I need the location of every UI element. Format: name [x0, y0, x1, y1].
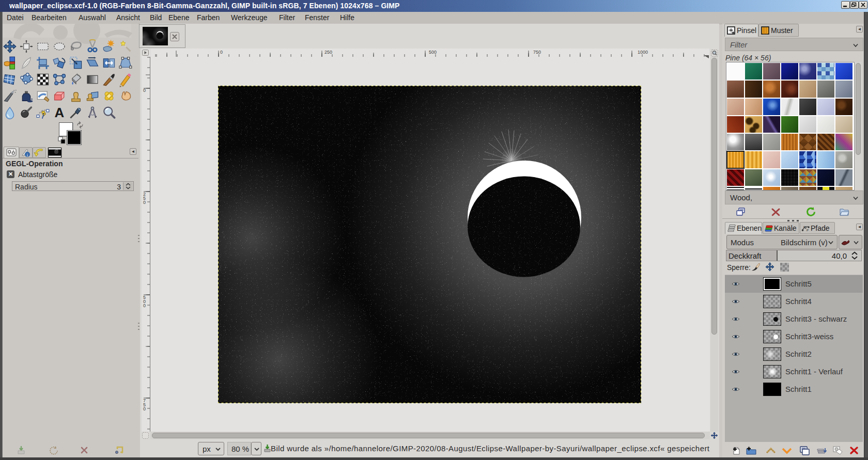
- svg-text:P: P: [803, 226, 805, 229]
- svg-text:P: P: [807, 229, 809, 232]
- svg-text:A: A: [55, 105, 65, 120]
